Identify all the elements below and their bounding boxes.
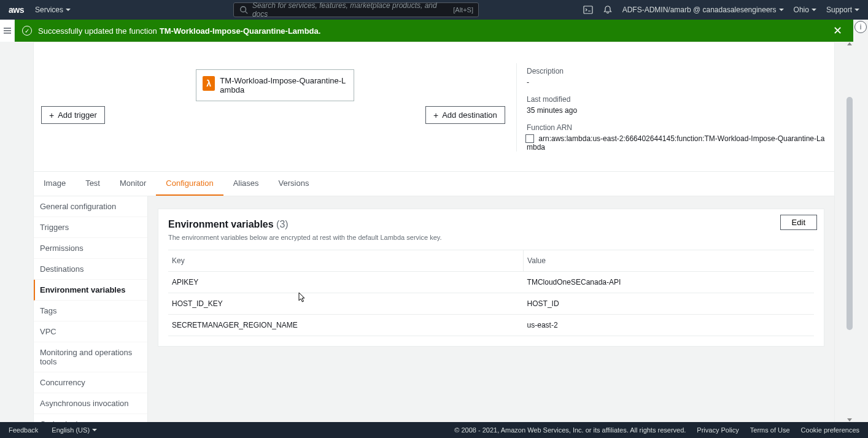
- description-value: -: [527, 78, 827, 86]
- function-name-label: TM-Workload-Impose-Quarantine-Lambda: [220, 76, 347, 94]
- sidebar-item-environment-variables[interactable]: Environment variables: [34, 280, 147, 301]
- aws-logo[interactable]: aws: [9, 5, 24, 15]
- scrollbar-thumb[interactable]: [847, 97, 853, 330]
- sidebar-item-asynchronous-invocation[interactable]: Asynchronous invocation: [34, 393, 147, 414]
- scroll-up-icon[interactable]: [847, 42, 852, 45]
- lambda-icon: λ: [203, 76, 215, 91]
- sidebar-item-triggers[interactable]: Triggers: [34, 217, 147, 238]
- svg-line-1: [246, 12, 248, 14]
- arn-value: arn:aws:lambda:us-east-2:666402644145:fu…: [527, 134, 827, 152]
- language-selector[interactable]: English (US): [52, 426, 97, 434]
- footer: Feedback English (US) © 2008 - 2021, Ama…: [0, 422, 868, 438]
- env-key: SECRETMANAGER_REGION_NAME: [168, 315, 524, 336]
- col-header-value: Value: [524, 250, 814, 272]
- sidebar-item-monitoring-and-operations-tools[interactable]: Monitoring and operations tools: [34, 342, 147, 372]
- terms-link[interactable]: Terms of Use: [750, 426, 790, 434]
- sidebar-item-vpc[interactable]: VPC: [34, 321, 147, 342]
- svg-point-0: [241, 7, 246, 12]
- caret-down-icon: [92, 429, 97, 431]
- add-destination-label: Add destination: [442, 110, 497, 120]
- region-menu[interactable]: Ohio: [794, 6, 816, 14]
- search-wrap: Search for services, features, marketpla…: [233, 2, 479, 17]
- add-trigger-label: Add trigger: [58, 110, 97, 120]
- env-count: (3): [276, 219, 289, 229]
- tab-monitor[interactable]: Monitor: [110, 172, 156, 196]
- sidebar-item-code-signing[interactable]: Code signing: [34, 414, 147, 422]
- function-node[interactable]: λ TM-Workload-Impose-Quarantine-Lambda: [196, 69, 354, 101]
- col-header-key: Key: [168, 250, 524, 272]
- configuration-content: Environment variables (3) Edit The envir…: [148, 196, 834, 422]
- services-label: Services: [35, 6, 63, 14]
- banner-function-name: TM-Workload-Impose-Quarantine-Lambda.: [160, 26, 321, 36]
- support-label: Support: [826, 6, 852, 14]
- env-value: us-east-2: [524, 315, 814, 336]
- banner-close-button[interactable]: ✕: [829, 24, 846, 37]
- header-right: ADFS-ADMIN/amarb @ canadasalesengineers …: [583, 5, 859, 15]
- env-vars-panel: Environment variables (3) Edit The envir…: [158, 209, 824, 347]
- feedback-link[interactable]: Feedback: [9, 426, 38, 434]
- scrollbar-track[interactable]: [846, 42, 853, 422]
- configuration-sidebar: General configurationTriggersPermissions…: [34, 196, 148, 422]
- info-icon[interactable]: i: [854, 21, 867, 33]
- search-input[interactable]: Search for services, features, marketpla…: [233, 2, 479, 17]
- env-description: The environment variables below are encr…: [168, 234, 814, 241]
- search-icon: [239, 5, 249, 15]
- success-banner: ✓ Successfully updated the function TM-W…: [15, 20, 853, 42]
- caret-down-icon: [854, 9, 859, 11]
- description-label: Description: [527, 67, 827, 75]
- env-value: HOST_ID: [524, 293, 814, 315]
- account-label: ADFS-ADMIN/amarb @ canadasalesengineers: [622, 6, 777, 14]
- cookie-link[interactable]: Cookie preferences: [801, 426, 859, 434]
- env-title-text: Environment variables: [168, 219, 274, 229]
- env-vars-title: Environment variables (3): [168, 219, 289, 229]
- env-value: TMCloudOneSECanada-API: [524, 272, 814, 293]
- sidebar-item-tags[interactable]: Tags: [34, 301, 147, 321]
- env-key: APIKEY: [168, 272, 524, 293]
- tab-test[interactable]: Test: [76, 172, 110, 196]
- tabs-row: ImageTestMonitorConfigurationAliasesVers…: [33, 172, 835, 196]
- configuration-body: General configurationTriggersPermissions…: [33, 196, 835, 422]
- banner-text-prefix: Successfully updated the function: [38, 26, 157, 36]
- top-header: aws Services Search for services, featur…: [0, 0, 868, 20]
- scroll-down-icon[interactable]: [847, 418, 852, 421]
- search-shortcut: [Alt+S]: [453, 6, 473, 13]
- caret-down-icon: [779, 9, 784, 11]
- account-menu[interactable]: ADFS-ADMIN/amarb @ canadasalesengineers: [622, 6, 784, 14]
- caret-down-icon: [812, 9, 816, 11]
- sidebar-item-concurrency[interactable]: Concurrency: [34, 372, 147, 393]
- function-metadata: Description - Last modified 35 minutes a…: [516, 63, 827, 152]
- arn-text: arn:aws:lambda:us-east-2:666402644145:fu…: [527, 134, 824, 152]
- services-menu[interactable]: Services: [35, 6, 71, 14]
- tab-configuration[interactable]: Configuration: [156, 172, 223, 196]
- sidebar-item-permissions[interactable]: Permissions: [34, 238, 147, 259]
- arn-label: Function ARN: [527, 123, 827, 132]
- main-area: λ TM-Workload-Impose-Quarantine-Lambda +…: [15, 42, 853, 422]
- tab-versions[interactable]: Versions: [269, 172, 319, 196]
- region-label: Ohio: [794, 6, 809, 14]
- table-row: SECRETMANAGER_REGION_NAMEus-east-2: [168, 315, 814, 336]
- tab-aliases[interactable]: Aliases: [223, 172, 269, 196]
- plus-icon: +: [433, 111, 438, 120]
- support-menu[interactable]: Support: [826, 6, 859, 14]
- copy-icon[interactable]: [527, 136, 534, 143]
- copyright-text: © 2008 - 2021, Amazon Web Services, Inc.…: [454, 426, 686, 434]
- last-modified-value: 35 minutes ago: [527, 106, 827, 115]
- nav-drawer-toggle[interactable]: [0, 20, 15, 42]
- env-vars-table: Key Value APIKEYTMCloudOneSECanada-APIHO…: [168, 250, 814, 336]
- add-trigger-button[interactable]: + Add trigger: [41, 106, 105, 124]
- tab-image[interactable]: Image: [34, 172, 76, 196]
- edit-env-button[interactable]: Edit: [780, 215, 817, 230]
- notifications-icon[interactable]: [603, 5, 613, 15]
- search-placeholder: Search for services, features, marketpla…: [252, 1, 453, 18]
- caret-down-icon: [66, 9, 71, 11]
- sidebar-item-destinations[interactable]: Destinations: [34, 259, 147, 280]
- function-overview-panel: λ TM-Workload-Impose-Quarantine-Lambda +…: [33, 42, 835, 172]
- privacy-link[interactable]: Privacy Policy: [697, 426, 738, 434]
- table-row: APIKEYTMCloudOneSECanada-API: [168, 272, 814, 293]
- cloudshell-icon[interactable]: [583, 5, 593, 15]
- success-check-icon: ✓: [22, 26, 32, 36]
- language-label: English (US): [52, 426, 90, 434]
- last-modified-label: Last modified: [527, 95, 827, 104]
- add-destination-button[interactable]: + Add destination: [425, 106, 505, 124]
- sidebar-item-general-configuration[interactable]: General configuration: [34, 196, 147, 217]
